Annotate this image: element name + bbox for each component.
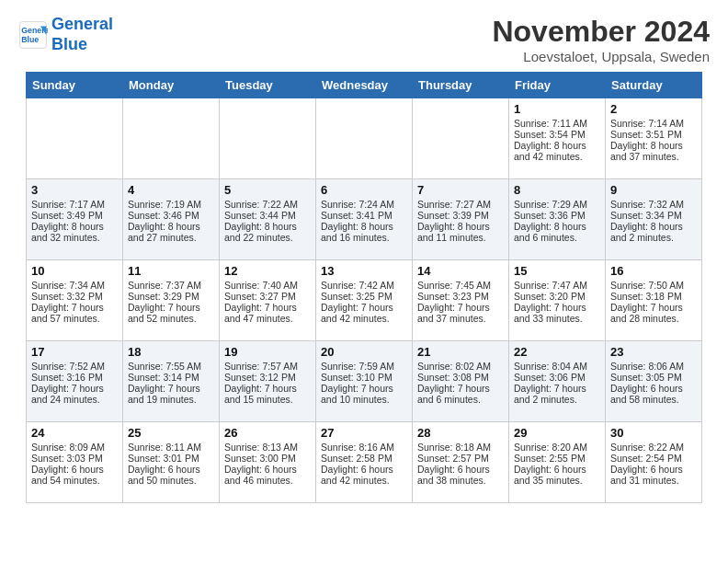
day-info: Daylight: 8 hours and 6 minutes. <box>514 221 600 243</box>
day-number: 19 <box>224 345 311 359</box>
day-info: Sunset: 3:01 PM <box>128 453 214 464</box>
day-info: Sunset: 3:41 PM <box>321 210 407 221</box>
header-sunday: Sunday <box>27 73 123 98</box>
day-info: Sunset: 3:20 PM <box>514 291 600 302</box>
table-row <box>316 98 413 179</box>
day-number: 18 <box>128 345 214 359</box>
day-info: Sunset: 3:05 PM <box>610 372 697 383</box>
day-info: Sunrise: 7:24 AM <box>321 199 407 210</box>
day-number: 20 <box>321 345 407 359</box>
day-info: Sunset: 2:55 PM <box>514 453 600 464</box>
day-info: Daylight: 8 hours and 2 minutes. <box>610 221 697 243</box>
day-number: 6 <box>321 183 407 197</box>
table-row <box>413 98 509 179</box>
table-row: 2Sunrise: 7:14 AMSunset: 3:51 PMDaylight… <box>606 98 702 179</box>
day-info: Sunset: 3:00 PM <box>224 453 311 464</box>
header-wednesday: Wednesday <box>316 73 413 98</box>
location: Loevstaloet, Uppsala, Sweden <box>492 49 710 64</box>
day-info: Daylight: 6 hours and 46 minutes. <box>224 464 311 486</box>
table-row: 10Sunrise: 7:34 AMSunset: 3:32 PMDayligh… <box>27 260 123 341</box>
header-saturday: Saturday <box>606 73 702 98</box>
day-number: 12 <box>224 264 311 278</box>
svg-text:Blue: Blue <box>21 35 39 44</box>
day-info: Sunrise: 7:47 AM <box>514 280 600 291</box>
day-info: Sunset: 3:46 PM <box>128 210 214 221</box>
title-block: November 2024 Loevstaloet, Uppsala, Swed… <box>492 15 710 64</box>
day-info: Sunrise: 7:11 AM <box>514 118 600 129</box>
day-number: 28 <box>417 426 504 440</box>
day-number: 23 <box>610 345 697 359</box>
day-info: Sunrise: 8:13 AM <box>224 442 311 453</box>
day-info: Daylight: 6 hours and 31 minutes. <box>610 464 697 486</box>
day-info: Sunrise: 7:55 AM <box>128 361 214 372</box>
day-info: Sunrise: 7:57 AM <box>224 361 311 372</box>
day-number: 24 <box>31 426 118 440</box>
day-number: 5 <box>224 183 311 197</box>
table-row: 1Sunrise: 7:11 AMSunset: 3:54 PMDaylight… <box>509 98 606 179</box>
table-row: 27Sunrise: 8:16 AMSunset: 2:58 PMDayligh… <box>316 422 413 503</box>
day-info: Sunset: 3:08 PM <box>417 372 504 383</box>
day-info: Daylight: 7 hours and 52 minutes. <box>128 302 214 324</box>
day-info: Sunrise: 7:27 AM <box>417 199 504 210</box>
day-info: Sunrise: 8:20 AM <box>514 442 600 453</box>
day-number: 15 <box>514 264 600 278</box>
day-info: Daylight: 8 hours and 22 minutes. <box>224 221 311 243</box>
day-info: Daylight: 8 hours and 27 minutes. <box>128 221 214 243</box>
day-number: 14 <box>417 264 504 278</box>
table-row: 20Sunrise: 7:59 AMSunset: 3:10 PMDayligh… <box>316 341 413 422</box>
day-info: Sunrise: 7:29 AM <box>514 199 600 210</box>
day-info: Daylight: 7 hours and 10 minutes. <box>321 383 407 405</box>
day-info: Sunset: 3:27 PM <box>224 291 311 302</box>
day-info: Sunset: 2:54 PM <box>610 453 697 464</box>
day-info: Daylight: 8 hours and 11 minutes. <box>417 221 504 243</box>
logo-text: General Blue <box>51 15 113 54</box>
day-info: Sunrise: 7:52 AM <box>31 361 118 372</box>
day-info: Daylight: 6 hours and 54 minutes. <box>31 464 118 486</box>
header-monday: Monday <box>123 73 220 98</box>
header-tuesday: Tuesday <box>220 73 316 98</box>
calendar-week-row: 1Sunrise: 7:11 AMSunset: 3:54 PMDaylight… <box>27 98 702 179</box>
table-row: 26Sunrise: 8:13 AMSunset: 3:00 PMDayligh… <box>220 422 316 503</box>
day-number: 13 <box>321 264 407 278</box>
day-number: 25 <box>128 426 214 440</box>
day-info: Daylight: 7 hours and 47 minutes. <box>224 302 311 324</box>
day-info: Sunset: 3:12 PM <box>224 372 311 383</box>
day-number: 1 <box>514 102 600 116</box>
day-number: 21 <box>417 345 504 359</box>
day-info: Sunset: 3:18 PM <box>610 291 697 302</box>
day-info: Daylight: 7 hours and 57 minutes. <box>31 302 118 324</box>
day-info: Sunrise: 8:02 AM <box>417 361 504 372</box>
table-row <box>123 98 220 179</box>
calendar-week-row: 3Sunrise: 7:17 AMSunset: 3:49 PMDaylight… <box>27 179 702 260</box>
day-info: Sunset: 3:10 PM <box>321 372 407 383</box>
table-row <box>27 98 123 179</box>
table-row: 30Sunrise: 8:22 AMSunset: 2:54 PMDayligh… <box>606 422 702 503</box>
day-number: 30 <box>610 426 697 440</box>
day-number: 27 <box>321 426 407 440</box>
day-info: Sunset: 3:23 PM <box>417 291 504 302</box>
day-info: Sunset: 2:57 PM <box>417 453 504 464</box>
day-info: Daylight: 6 hours and 35 minutes. <box>514 464 600 486</box>
day-info: Daylight: 7 hours and 33 minutes. <box>514 302 600 324</box>
table-row: 15Sunrise: 7:47 AMSunset: 3:20 PMDayligh… <box>509 260 606 341</box>
table-row: 8Sunrise: 7:29 AMSunset: 3:36 PMDaylight… <box>509 179 606 260</box>
page-header: General Blue General Blue November 2024 … <box>0 0 728 72</box>
table-row: 25Sunrise: 8:11 AMSunset: 3:01 PMDayligh… <box>123 422 220 503</box>
table-row: 21Sunrise: 8:02 AMSunset: 3:08 PMDayligh… <box>413 341 509 422</box>
day-info: Sunrise: 7:17 AM <box>31 199 118 210</box>
table-row: 13Sunrise: 7:42 AMSunset: 3:25 PMDayligh… <box>316 260 413 341</box>
day-info: Daylight: 7 hours and 19 minutes. <box>128 383 214 405</box>
day-info: Daylight: 7 hours and 24 minutes. <box>31 383 118 405</box>
table-row: 28Sunrise: 8:18 AMSunset: 2:57 PMDayligh… <box>413 422 509 503</box>
day-info: Daylight: 8 hours and 16 minutes. <box>321 221 407 243</box>
day-info: Sunrise: 7:45 AM <box>417 280 504 291</box>
day-number: 3 <box>31 183 118 197</box>
day-info: Sunset: 3:44 PM <box>224 210 311 221</box>
day-info: Sunrise: 7:32 AM <box>610 199 697 210</box>
table-row: 29Sunrise: 8:20 AMSunset: 2:55 PMDayligh… <box>509 422 606 503</box>
day-info: Daylight: 7 hours and 37 minutes. <box>417 302 504 324</box>
day-number: 29 <box>514 426 600 440</box>
day-number: 4 <box>128 183 214 197</box>
day-info: Sunset: 3:25 PM <box>321 291 407 302</box>
day-info: Sunrise: 7:19 AM <box>128 199 214 210</box>
